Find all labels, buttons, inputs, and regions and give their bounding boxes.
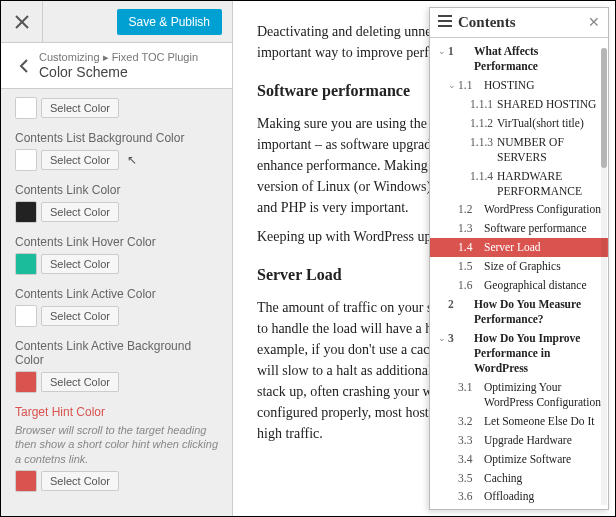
toc-number: 1.1.4 bbox=[470, 169, 493, 184]
toc-text: Optimize Software bbox=[484, 452, 602, 467]
toc-number: 3.2 bbox=[458, 414, 480, 429]
select-color-button[interactable]: Select Color bbox=[41, 98, 119, 118]
toc-item[interactable]: ⌄1.1HOSTING bbox=[430, 76, 608, 95]
toc-item[interactable]: 3.3Upgrade Hardware bbox=[430, 431, 608, 450]
toc-title: Contents bbox=[458, 14, 588, 31]
toc-text: Optimizing Your WordPress Configuration bbox=[484, 380, 602, 410]
toc-text: Offloading bbox=[484, 489, 602, 504]
toc-item[interactable]: ⌄1What Affects Performance bbox=[430, 42, 608, 76]
toc-text: VirTual(short title) bbox=[497, 116, 602, 131]
toc-number: 1.1.1 bbox=[470, 97, 493, 112]
toc-number: 1 bbox=[448, 44, 470, 59]
option-label: Target Hint Color bbox=[15, 405, 218, 419]
customizer-panel: Save & Publish Customizing ▸ Fixed TOC P… bbox=[1, 1, 233, 516]
toc-number: 3 bbox=[448, 331, 470, 346]
toc-item[interactable]: 1.1.2VirTual(short title) bbox=[430, 114, 608, 133]
color-option: Contents Link ColorSelect Color bbox=[15, 183, 218, 223]
toc-item[interactable]: 1.5Size of Graphics bbox=[430, 257, 608, 276]
menu-icon[interactable] bbox=[438, 15, 452, 31]
toc-item[interactable]: 1.1.3NUMBER OF SERVERS bbox=[430, 133, 608, 167]
toc-text: WordPress Configuration bbox=[484, 202, 602, 217]
option-label: Contents Link Active Color bbox=[15, 287, 218, 301]
option-label: Contents List Background Color bbox=[15, 131, 218, 145]
toc-number: 1.1.2 bbox=[470, 116, 493, 131]
select-color-button[interactable]: Select Color bbox=[41, 254, 119, 274]
toc-number: 1.3 bbox=[458, 221, 480, 236]
section-title: Color Scheme bbox=[39, 64, 198, 80]
close-icon[interactable] bbox=[1, 1, 43, 43]
toc-number: 3.7 bbox=[458, 508, 480, 509]
back-icon[interactable] bbox=[9, 59, 39, 73]
color-option: Contents Link Active ColorSelect Color bbox=[15, 287, 218, 327]
option-label: Contents Link Color bbox=[15, 183, 218, 197]
color-option: Contents Link Hover ColorSelect Color bbox=[15, 235, 218, 275]
toc-text: Software performance bbox=[484, 221, 602, 236]
cursor-icon: ↖ bbox=[127, 153, 137, 167]
select-color-button[interactable]: Select Color bbox=[41, 471, 119, 491]
color-option: Select Color bbox=[15, 97, 218, 119]
toc-number: 1.1.3 bbox=[470, 135, 493, 150]
toc-number: 1.2 bbox=[458, 202, 480, 217]
chevron-down-icon: ⌄ bbox=[438, 333, 448, 345]
toc-item[interactable]: 1.3Software performance bbox=[430, 219, 608, 238]
toc-number: 1.4 bbox=[458, 240, 480, 255]
color-swatch[interactable] bbox=[15, 305, 37, 327]
toc-text: SHARED HOSTING bbox=[497, 97, 602, 112]
target-hint-option: Target Hint ColorBrowser will scroll to … bbox=[15, 405, 218, 492]
customizer-body: Select ColorContents List Background Col… bbox=[1, 89, 232, 516]
chevron-down-icon: ⌄ bbox=[438, 46, 448, 58]
toc-item[interactable]: ⌄3How Do You Improve Performance in Word… bbox=[430, 329, 608, 378]
toc-scrollbar[interactable] bbox=[601, 48, 607, 505]
toc-item[interactable]: 3.6Offloading bbox=[430, 487, 608, 506]
toc-number: 3.6 bbox=[458, 489, 480, 504]
toc-text: How Do You Improve Performance in WordPr… bbox=[474, 331, 602, 376]
customizer-header: Save & Publish bbox=[1, 1, 232, 43]
breadcrumb: Customizing ▸ Fixed TOC Plugin bbox=[39, 51, 198, 64]
toc-close-icon[interactable]: ✕ bbox=[588, 14, 600, 31]
toc-number: 3.4 bbox=[458, 452, 480, 467]
toc-text: HOSTING bbox=[484, 78, 602, 93]
color-swatch[interactable] bbox=[15, 97, 37, 119]
toc-item[interactable]: 1.2WordPress Configuration bbox=[430, 200, 608, 219]
color-swatch[interactable] bbox=[15, 371, 37, 393]
toc-item[interactable]: 3.2Let Someone Else Do It bbox=[430, 412, 608, 431]
toc-text: Caching bbox=[484, 471, 602, 486]
color-swatch[interactable] bbox=[15, 201, 37, 223]
toc-item[interactable]: 2How Do You Measure Performance? bbox=[430, 295, 608, 329]
toc-item[interactable]: 3.5Caching bbox=[430, 469, 608, 488]
save-publish-button[interactable]: Save & Publish bbox=[117, 9, 222, 35]
toc-text: Let Someone Else Do It bbox=[484, 414, 602, 429]
color-option: Contents List Background ColorSelect Col… bbox=[15, 131, 218, 171]
toc-item[interactable]: 1.6Geographical distance bbox=[430, 276, 608, 295]
color-swatch[interactable] bbox=[15, 253, 37, 275]
toc-list: ⌄1What Affects Performance⌄1.1HOSTING1.1… bbox=[430, 38, 608, 509]
toc-text: Server Load bbox=[484, 240, 602, 255]
toc-text: Size of Graphics bbox=[484, 259, 602, 274]
chevron-down-icon: ⌄ bbox=[448, 80, 458, 92]
toc-text: Compression bbox=[484, 508, 602, 509]
toc-item[interactable]: 3.7Compression bbox=[430, 506, 608, 509]
toc-item[interactable]: 3.4Optimize Software bbox=[430, 450, 608, 469]
toc-number: 3.3 bbox=[458, 433, 480, 448]
option-label: Contents Link Active Background Color bbox=[15, 339, 218, 367]
toc-header: Contents ✕ bbox=[430, 8, 608, 38]
toc-item[interactable]: 1.1.1SHARED HOSTING bbox=[430, 95, 608, 114]
toc-number: 3.5 bbox=[458, 471, 480, 486]
toc-number: 3.1 bbox=[458, 380, 480, 395]
toc-number: 2 bbox=[448, 297, 470, 312]
toc-text: HARDWARE PERFORMANCE bbox=[497, 169, 602, 199]
toc-text: Geographical distance bbox=[484, 278, 602, 293]
toc-panel: Contents ✕ ⌄1What Affects Performance⌄1.… bbox=[429, 7, 609, 510]
select-color-button[interactable]: Select Color bbox=[41, 150, 119, 170]
color-swatch[interactable] bbox=[15, 149, 37, 171]
color-swatch[interactable] bbox=[15, 470, 37, 492]
select-color-button[interactable]: Select Color bbox=[41, 306, 119, 326]
toc-item[interactable]: 1.1.4HARDWARE PERFORMANCE bbox=[430, 167, 608, 201]
customizer-subheader: Customizing ▸ Fixed TOC Plugin Color Sch… bbox=[1, 43, 232, 89]
toc-item[interactable]: 1.4Server Load bbox=[430, 238, 608, 257]
select-color-button[interactable]: Select Color bbox=[41, 202, 119, 222]
toc-number: 1.6 bbox=[458, 278, 480, 293]
toc-text: Upgrade Hardware bbox=[484, 433, 602, 448]
select-color-button[interactable]: Select Color bbox=[41, 372, 119, 392]
toc-item[interactable]: 3.1Optimizing Your WordPress Configurati… bbox=[430, 378, 608, 412]
